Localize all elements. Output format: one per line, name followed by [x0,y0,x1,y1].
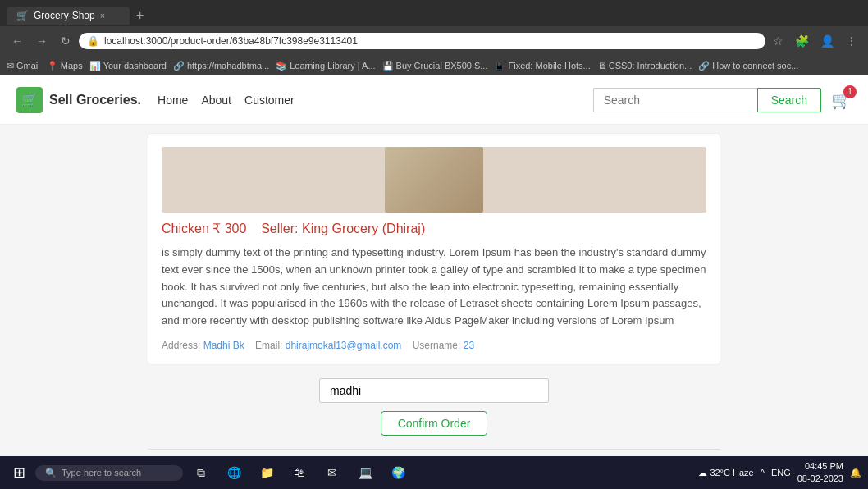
taskbar-search[interactable]: 🔍 Type here to search [35,465,183,481]
taskbar-chevron[interactable]: ^ [761,468,765,478]
taskbar-weather: ☁ 32°C Haze [698,468,753,478]
bookmark-mobile[interactable]: 📱 Fixed: Mobile Hots... [494,61,590,71]
product-card: Chicken ₹ 300 Seller: King Grocery (Dhir… [148,133,720,365]
start-button[interactable]: ⊞ [7,460,32,485]
nav-customer[interactable]: Customer [244,94,295,107]
taskbar-explorer[interactable]: 📁 [252,458,281,487]
bookmark-crucial[interactable]: 💾 Buy Crucial BX500 S... [382,61,488,71]
tab-favicon: 🛒 [16,10,29,21]
url-text: localhost:3000/product-order/63ba48bf7fc… [104,35,358,47]
forward-btn[interactable]: → [31,33,53,49]
taskbar-right: ☁ 32°C Haze ^ ENG 04:45 PM 08-02-2023 🔔 [698,460,861,486]
email-value: dhirajmokal13@gmail.com [286,340,402,351]
logo-area: 🛒 Sell Groceries. [16,87,141,113]
product-title: Chicken ₹ 300 Seller: King Grocery (Dhir… [162,221,706,236]
extensions-btn[interactable]: 🧩 [791,33,813,49]
search-button[interactable]: Search [757,88,821,112]
bookmark-mahadbt[interactable]: 🔗 https://mahadbtma... [173,61,269,71]
taskbar-mail[interactable]: ✉ [318,458,347,487]
username-value: 23 [464,340,474,351]
taskbar-search-label: Type here to search [62,468,141,478]
nav-about[interactable]: About [201,94,231,107]
username-label: Username: [413,340,461,351]
bookmark-css[interactable]: 🖥 CSS0: Introduction... [597,61,692,71]
search-area: Search [593,88,821,112]
tab-title: Grocery-Shop [34,10,95,21]
email-label: Email: [255,340,282,351]
cart-badge: 1 [843,85,857,98]
main-content: Chicken ₹ 300 Seller: King Grocery (Dhir… [0,125,868,489]
bookmark-maps[interactable]: 📍 Maps [47,61,83,71]
back-btn[interactable]: ← [7,33,28,49]
bookmark-library[interactable]: 📚 Learning Library | A... [276,61,375,71]
taskbar-time-value: 04:45 PM [797,460,843,473]
product-seller: Seller: King Grocery (Dhiraj) [261,222,425,235]
bookmark-star-btn[interactable]: ☆ [769,33,788,49]
taskbar: ⊞ 🔍 Type here to search ⧉ 🌐 📁 🛍 ✉ 💻 🌍 ☁ … [0,456,868,489]
logo-icon: 🛒 [16,87,43,113]
menu-btn[interactable]: ⋮ [842,33,861,49]
address-bar[interactable]: 🔒 localhost:3000/product-order/63ba48bf7… [79,33,765,49]
product-meta: Address: Madhi Bk Email: dhirajmokal13@g… [162,340,706,351]
browser-tab[interactable]: 🛒 Grocery-Shop × [7,7,130,25]
taskbar-store[interactable]: 🛍 [285,458,314,487]
taskbar-keyboard: ENG [771,468,791,478]
taskbar-search-icon: 🔍 [45,468,57,478]
order-input[interactable] [319,378,549,403]
taskbar-edge[interactable]: 🌐 [219,458,249,487]
product-image [162,147,706,213]
address-value: Madhi Bk [203,340,244,351]
product-description: is simply dummy text of the printing and… [162,244,706,330]
confirm-order-button[interactable]: Confirm Order [381,411,488,436]
bookmark-dashboard[interactable]: 📊 Your dashboard [89,61,167,71]
taskbar-date-value: 08-02-2023 [797,473,843,485]
taskbar-notifications[interactable]: 🔔 [850,468,861,478]
bookmark-gmail[interactable]: ✉ Gmail [7,61,40,71]
lock-icon: 🔒 [87,35,99,47]
product-name-price: Chicken ₹ 300 [162,222,246,235]
refresh-btn[interactable]: ↻ [56,33,75,49]
taskbar-task-view[interactable]: ⧉ [186,458,216,487]
taskbar-vscode[interactable]: 💻 [350,458,380,487]
taskbar-clock: 04:45 PM 08-02-2023 [797,460,843,486]
order-section: Confirm Order [148,378,720,436]
search-input[interactable] [593,88,757,112]
tab-close-btn[interactable]: × [100,11,105,21]
cart-icon[interactable]: 🛒 1 [831,90,852,110]
bookmark-connect[interactable]: 🔗 How to connect soc... [698,61,798,71]
new-tab-btn[interactable]: + [130,8,150,23]
app-header: 🛒 Sell Groceries. Home About Customer Se… [0,75,868,125]
profile-btn[interactable]: 👤 [816,33,838,49]
taskbar-chrome[interactable]: 🌍 [383,458,413,487]
section-divider [148,449,720,450]
main-nav: Home About Customer [158,94,295,107]
logo-text: Sell Groceries. [49,93,141,107]
nav-home[interactable]: Home [158,94,188,107]
address-label: Address: [162,340,200,351]
